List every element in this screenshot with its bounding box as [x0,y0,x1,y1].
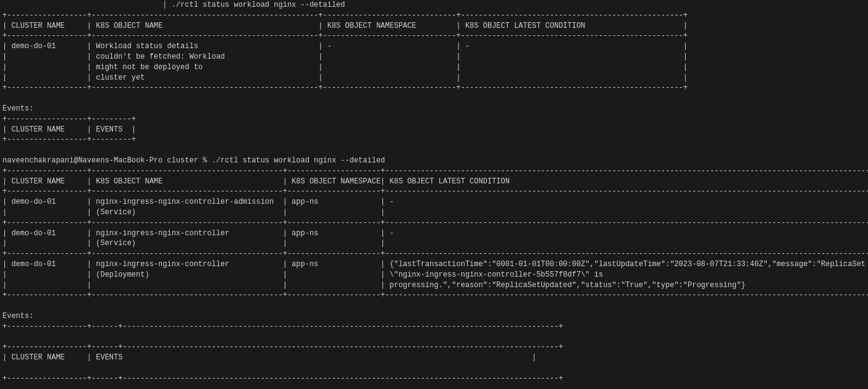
blank2 [0,145,868,156]
events1-bottom-border: +------------------+---------+ [0,135,868,145]
terminal: │ ./rctl status workload nginx --detaile… [0,0,868,389]
table2-row3c: | | | | progressing.","reason":"ReplicaS… [0,280,868,291]
table2-row2-border: +------------------+--------------------… [0,249,868,259]
table1-row1d: | | cluster yet | | | [0,73,868,83]
table2-row2a: | demo-do-01 | nginx-ingress-nginx-contr… [0,228,868,239]
events-label-2: Events: [0,311,868,322]
blank5 [0,363,868,374]
table1-header: | CLUSTER NAME | K8S OBJECT NAME | K8S O… [0,21,868,31]
table2-row3a: | demo-do-01 | nginx-ingress-nginx-contr… [0,259,868,270]
table2-header-border: +------------------+--------------------… [0,186,868,197]
events2-border3: +------------------+------+-------------… [0,374,868,384]
table1-header-border: +------------------+--------------------… [0,31,868,41]
table1-top-border: +------------------+--------------------… [0,10,868,21]
table2-row1a: | demo-do-01 | nginx-ingress-nginx-contr… [0,197,868,207]
blank1 [0,93,868,104]
table1-row1a: | demo-do-01 | Workload status details |… [0,41,868,52]
events2-header: | CLUSTER NAME | EVENTS | [0,353,868,363]
table2-bottom-border: +------------------+--------------------… [0,290,868,301]
blank6 [0,383,868,389]
blank4 [0,332,868,343]
table2-row2b: | | (Service) | | [0,238,868,249]
table2-row1b: | | (Service) | | [0,207,868,218]
table2-top-border: +------------------+--------------------… [0,166,868,177]
events2-border1: +------------------+------+-------------… [0,322,868,332]
events-label-1: Events: [0,104,868,114]
table1-row1c: | | might not be deployed to | | | [0,62,868,73]
prompt-line: naveenchakrapani@Naveens-MacBook-Pro clu… [0,156,868,166]
events2-border2: +------------------+------+-------------… [0,342,868,353]
table2-header: | CLUSTER NAME | K8S OBJECT NAME | K8S O… [0,177,868,187]
events1-header: | CLUSTER NAME | EVENTS | [0,125,868,135]
command-echo-1: │ ./rctl status workload nginx --detaile… [0,0,868,10]
blank3 [0,301,868,311]
table2-row1-border: +------------------+--------------------… [0,218,868,228]
events1-top-border: +------------------+---------+ [0,114,868,125]
table2-row3b: | | (Deployment) | | \"nginx-ingress-ngi… [0,270,868,280]
table1-bottom-border: +------------------+--------------------… [0,83,868,93]
table1-row1b: | | couldn't be fetched: Workload | | | [0,52,868,62]
